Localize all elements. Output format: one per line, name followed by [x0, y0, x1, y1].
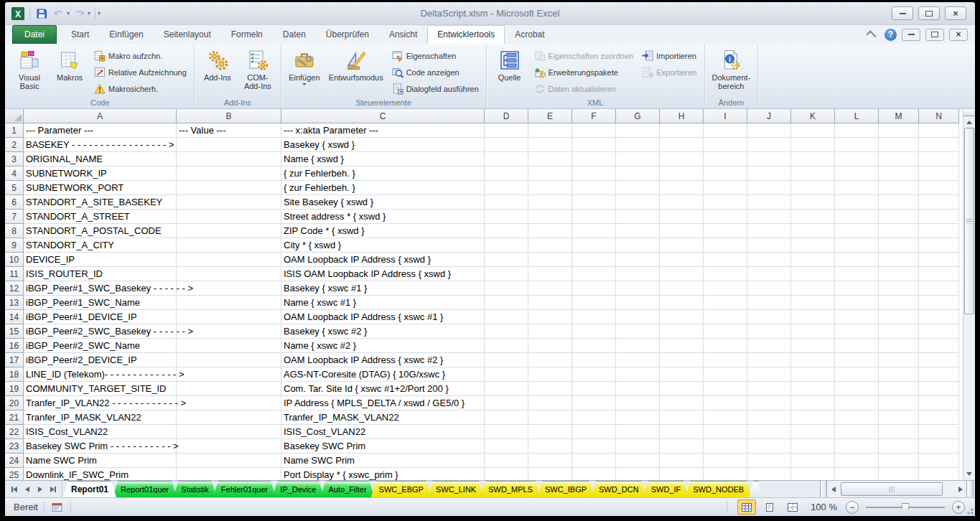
- sheet-tab-swc-ibgp[interactable]: SWC_IBGP: [537, 481, 594, 497]
- horizontal-scroll-thumb[interactable]: [841, 482, 943, 496]
- row-header-20[interactable]: 20: [5, 396, 24, 410]
- cell-F17[interactable]: [572, 353, 616, 367]
- cell-H12[interactable]: [660, 281, 704, 296]
- cell-L17[interactable]: [835, 353, 879, 367]
- cell-C22[interactable]: ISIS_Cost_VLAN22: [281, 425, 485, 439]
- cell-K16[interactable]: [791, 339, 835, 353]
- cell-F9[interactable]: [572, 238, 616, 253]
- page-layout-view-button[interactable]: [760, 499, 779, 515]
- page-break-view-button[interactable]: [783, 499, 802, 515]
- cell-K6[interactable]: [791, 195, 835, 210]
- redo-dropdown-icon[interactable]: ▾: [88, 10, 90, 17]
- cell-F4[interactable]: [572, 166, 616, 181]
- cell-G24[interactable]: [616, 454, 660, 468]
- cell-C25[interactable]: Port Display * { xswc_prim }: [281, 468, 485, 480]
- vertical-scrollbar[interactable]: [963, 109, 975, 480]
- cell-G7[interactable]: [616, 210, 660, 224]
- row-header-6[interactable]: 6: [5, 195, 24, 210]
- cell-I5[interactable]: [704, 181, 747, 195]
- cell-J22[interactable]: [747, 425, 791, 439]
- column-header-f[interactable]: F: [572, 109, 616, 123]
- cell-A7[interactable]: STANDORT_A_STREET: [24, 210, 177, 224]
- cell-F1[interactable]: [572, 123, 616, 138]
- cell-J2[interactable]: [747, 138, 791, 152]
- ribbon-button-erweiterungspakete[interactable]: Erweiterungspakete: [531, 65, 638, 80]
- cell-G20[interactable]: [616, 396, 660, 410]
- cell-J23[interactable]: [747, 439, 791, 454]
- cell-K10[interactable]: [791, 253, 835, 267]
- cell-H21[interactable]: [660, 410, 704, 425]
- qat-dropdown-icon[interactable]: ▾: [98, 10, 101, 17]
- select-all-corner[interactable]: [5, 109, 24, 123]
- cell-N17[interactable]: [919, 353, 959, 367]
- cell-A13[interactable]: iBGP_Peer#1_SWC_Name: [24, 296, 177, 310]
- cell-D12[interactable]: [485, 281, 528, 296]
- cell-N19[interactable]: [919, 382, 959, 396]
- ribbon-tab-ansicht[interactable]: Ansicht: [379, 25, 427, 44]
- cell-K20[interactable]: [791, 396, 835, 410]
- cell-E24[interactable]: [528, 454, 572, 468]
- cell-A21[interactable]: Tranfer_IP_MASK_VLAN22: [24, 410, 177, 425]
- cell-E12[interactable]: [528, 281, 572, 296]
- cell-M22[interactable]: [879, 425, 919, 439]
- column-header-j[interactable]: J: [747, 109, 791, 123]
- cell-M9[interactable]: [879, 238, 919, 253]
- vertical-scroll-thumb[interactable]: [964, 128, 974, 314]
- row-header-15[interactable]: 15: [5, 324, 24, 339]
- cell-E10[interactable]: [528, 253, 572, 267]
- cell-F18[interactable]: [572, 367, 616, 382]
- undo-icon[interactable]: [52, 6, 66, 21]
- cell-L10[interactable]: [835, 253, 879, 267]
- cell-K11[interactable]: [791, 267, 835, 281]
- cell-E7[interactable]: [528, 210, 572, 224]
- cell-K14[interactable]: [791, 310, 835, 324]
- cell-C21[interactable]: Tranfer_IP_MASK_VLAN22: [281, 410, 485, 425]
- minimize-button[interactable]: [892, 6, 913, 20]
- cell-A12[interactable]: iBGP_Peer#1_SWC_Basekey - - - - - - >: [24, 281, 177, 296]
- cell-K8[interactable]: [791, 224, 835, 238]
- cell-A4[interactable]: SUBNETWORK_IP: [24, 166, 177, 181]
- cell-L15[interactable]: [835, 324, 879, 339]
- cell-K12[interactable]: [791, 281, 835, 296]
- cell-M25[interactable]: [879, 468, 919, 480]
- cell-A10[interactable]: DEVICE_IP: [24, 253, 177, 267]
- cell-L12[interactable]: [835, 281, 879, 296]
- cell-I7[interactable]: [704, 210, 747, 224]
- cell-I14[interactable]: [704, 310, 747, 324]
- cell-G17[interactable]: [616, 353, 660, 367]
- cell-M10[interactable]: [879, 253, 919, 267]
- cell-N15[interactable]: [919, 324, 959, 339]
- cell-K22[interactable]: [791, 425, 835, 439]
- cell-I23[interactable]: [704, 439, 747, 454]
- cell-D24[interactable]: [485, 454, 528, 468]
- cell-C3[interactable]: Name { xswd }: [281, 152, 485, 166]
- cell-I13[interactable]: [704, 296, 747, 310]
- workbook-close-button[interactable]: ×: [949, 29, 968, 41]
- ribbon-button-add-ins[interactable]: Add-Ins: [198, 47, 237, 97]
- cell-H15[interactable]: [660, 324, 704, 339]
- cell-J20[interactable]: [747, 396, 791, 410]
- cell-H22[interactable]: [660, 425, 704, 439]
- column-header-h[interactable]: H: [660, 109, 704, 123]
- cell-B14[interactable]: [177, 310, 281, 324]
- cell-K23[interactable]: [791, 439, 835, 454]
- file-tab[interactable]: Datei: [12, 25, 57, 44]
- cell-I6[interactable]: [704, 195, 747, 210]
- undo-dropdown-icon[interactable]: ▾: [67, 10, 70, 17]
- cell-J21[interactable]: [747, 410, 791, 425]
- cell-I18[interactable]: [704, 367, 747, 382]
- cell-I17[interactable]: [704, 353, 747, 367]
- cell-G25[interactable]: [616, 468, 660, 480]
- cell-C15[interactable]: Basekey { xswc #2 }: [281, 324, 485, 339]
- cell-K3[interactable]: [791, 152, 835, 166]
- cell-H13[interactable]: [660, 296, 704, 310]
- cell-H20[interactable]: [660, 396, 704, 410]
- cell-E19[interactable]: [528, 382, 572, 396]
- cell-N6[interactable]: [919, 195, 959, 210]
- sheet-tab-ip-device[interactable]: IP_Device: [272, 481, 324, 497]
- cell-D10[interactable]: [485, 253, 528, 267]
- cell-M12[interactable]: [879, 281, 919, 296]
- cell-F25[interactable]: [572, 468, 616, 480]
- cell-E25[interactable]: [528, 468, 572, 480]
- cell-D23[interactable]: [485, 439, 528, 454]
